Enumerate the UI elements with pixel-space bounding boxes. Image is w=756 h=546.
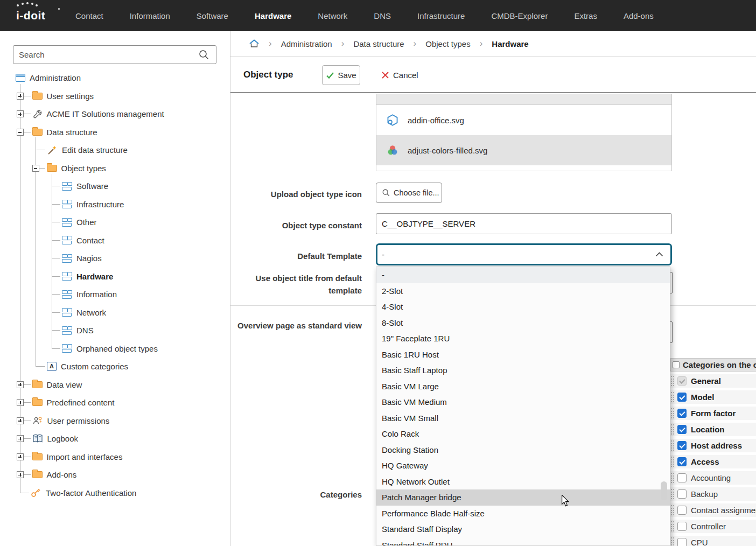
dropdown-option[interactable]: Standard Staff Display xyxy=(376,521,670,537)
expand-plus-icon[interactable] xyxy=(17,471,24,478)
dropdown-option[interactable]: Basic VM Small xyxy=(376,410,670,426)
dropdown-option-hovered[interactable]: Patch Manager bridge xyxy=(376,489,670,506)
tree-item-logbook[interactable]: Logbook xyxy=(0,430,230,448)
category-checkbox[interactable] xyxy=(677,522,687,531)
dropdown-option[interactable]: 2-Slot xyxy=(376,283,670,299)
tree-item-user-permissions[interactable]: User permissions xyxy=(0,412,230,430)
expand-plus-icon[interactable] xyxy=(17,435,24,442)
dropdown-option[interactable]: HQ Network Outlet xyxy=(376,474,670,490)
tree-item-administration[interactable]: Administration xyxy=(0,69,230,87)
dropdown-option[interactable]: Basic 1RU Host xyxy=(376,347,670,363)
drag-handle-icon[interactable] xyxy=(671,473,674,483)
tree-item-data-structure[interactable]: Data structure xyxy=(0,123,230,142)
icon-list-partial-row[interactable] xyxy=(376,94,671,105)
collapse-minus-icon[interactable] xyxy=(32,165,39,172)
expand-plus-icon[interactable] xyxy=(17,453,24,460)
search-icon[interactable] xyxy=(198,49,209,60)
expand-plus-icon[interactable] xyxy=(17,399,24,406)
breadcrumb-administration[interactable]: Administration xyxy=(281,39,332,48)
dropdown-option[interactable]: Basic VM Large xyxy=(376,379,670,395)
tree-item-software[interactable]: Software xyxy=(0,177,230,195)
nav-item-information[interactable]: Information xyxy=(130,11,170,20)
dropdown-scrollbar-thumb[interactable] xyxy=(661,481,667,500)
dropdown-option[interactable]: Basic VM Medium xyxy=(376,394,670,410)
tree-item-user-settings[interactable]: User settings xyxy=(0,87,230,106)
category-checkbox[interactable] xyxy=(677,425,687,434)
drag-handle-icon[interactable] xyxy=(671,392,674,402)
dropdown-option[interactable]: Standard Staff PDU xyxy=(376,537,670,546)
dropdown-option[interactable]: Basic Staff Laptop xyxy=(376,362,670,379)
drag-handle-icon[interactable] xyxy=(671,376,674,386)
tree-item-dns[interactable]: DNS xyxy=(0,321,230,340)
tree-item-predefined-content[interactable]: Predefined content xyxy=(0,394,230,412)
category-checkbox[interactable] xyxy=(677,393,687,402)
default-template-select[interactable]: - xyxy=(376,243,672,265)
drag-handle-icon[interactable] xyxy=(671,424,674,435)
category-checkbox[interactable] xyxy=(677,457,687,466)
category-checkbox[interactable] xyxy=(677,489,687,499)
drag-handle-icon[interactable] xyxy=(671,537,674,546)
tree-item-hardware[interactable]: Hardware xyxy=(0,268,230,286)
drag-handle-icon[interactable] xyxy=(671,457,674,467)
home-icon[interactable] xyxy=(249,39,260,48)
tree-item-information[interactable]: Information xyxy=(0,285,230,304)
tree-item-import-and-interfaces[interactable]: Import and interfaces xyxy=(0,448,230,466)
tree-item-orphaned-object-types[interactable]: Orphaned object types xyxy=(0,340,230,358)
category-checkbox[interactable] xyxy=(677,538,687,546)
nav-item-addons[interactable]: Add-ons xyxy=(624,11,654,20)
dropdown-option[interactable]: 4-Slot xyxy=(376,299,670,315)
category-checkbox[interactable] xyxy=(677,409,687,418)
dropdown-option[interactable]: Performance Blade Half-size xyxy=(376,506,670,522)
object-type-constant-input[interactable] xyxy=(376,213,672,234)
drag-handle-icon[interactable] xyxy=(671,489,674,499)
drag-handle-icon[interactable] xyxy=(671,408,674,418)
nav-item-hardware[interactable]: Hardware xyxy=(255,11,291,20)
drag-handle-icon[interactable] xyxy=(671,505,674,515)
nav-item-cmdb-explorer[interactable]: CMDB-Explorer xyxy=(491,11,548,20)
nav-item-software[interactable]: Software xyxy=(197,11,228,20)
select-all-checkbox[interactable] xyxy=(673,361,680,368)
expand-plus-icon[interactable] xyxy=(17,381,24,388)
dropdown-option[interactable]: 8-Slot xyxy=(376,315,670,331)
nav-item-extras[interactable]: Extras xyxy=(574,11,597,20)
expand-plus-icon[interactable] xyxy=(17,110,24,117)
nav-item-dns[interactable]: DNS xyxy=(374,11,391,20)
tree-item-data-view[interactable]: Data view xyxy=(0,376,230,394)
tree-item-two-factor-authentication[interactable]: Two-factor Authentication xyxy=(0,484,230,502)
dropdown-option[interactable]: 19" Faceplate 1RU xyxy=(376,331,670,347)
choose-file-button[interactable]: Choose file... xyxy=(376,183,442,203)
tree-item-add-ons[interactable]: Add-ons xyxy=(0,466,230,484)
tree-item-acme-it-solutions[interactable]: ACME IT Solutions management xyxy=(0,105,230,123)
dropdown-option[interactable]: Docking Station xyxy=(376,442,670,458)
tree-item-infrastructure[interactable]: Infrastructure xyxy=(0,195,230,214)
nav-item-network[interactable]: Network xyxy=(318,11,347,20)
nav-item-infrastructure[interactable]: Infrastructure xyxy=(417,11,465,20)
drag-handle-icon[interactable] xyxy=(671,440,674,451)
tree-item-nagios[interactable]: Nagios xyxy=(0,249,230,268)
dropdown-option[interactable]: - xyxy=(376,267,670,283)
breadcrumb-data-structure[interactable]: Data structure xyxy=(353,39,404,48)
category-checkbox[interactable] xyxy=(677,441,687,450)
tree-item-edit-data-structure[interactable]: Edit data structure xyxy=(0,141,230,159)
drag-handle-icon[interactable] xyxy=(671,521,674,531)
tree-item-contact[interactable]: Contact xyxy=(0,232,230,250)
tree-item-network[interactable]: Network xyxy=(0,304,230,322)
tree-item-custom-categories[interactable]: Custom categories xyxy=(0,358,230,376)
collapse-minus-icon[interactable] xyxy=(17,129,24,136)
save-button[interactable]: Save xyxy=(322,65,360,85)
expand-plus-icon[interactable] xyxy=(17,93,24,100)
tree-item-other[interactable]: Other xyxy=(0,213,230,232)
dropdown-option[interactable]: HQ Gateway xyxy=(376,458,670,474)
search-input[interactable] xyxy=(13,50,198,59)
dropdown-option[interactable]: Colo Rack xyxy=(376,426,670,442)
breadcrumb-object-types[interactable]: Object types xyxy=(425,39,470,48)
category-checkbox[interactable] xyxy=(677,506,687,515)
category-checkbox[interactable] xyxy=(677,473,687,482)
nav-item-contact[interactable]: Contact xyxy=(75,11,103,20)
icon-list-item-addin-office[interactable]: addin-office.svg xyxy=(376,105,671,135)
expand-plus-icon[interactable] xyxy=(17,417,24,424)
tree-item-object-types[interactable]: Object types xyxy=(0,159,230,178)
idoit-logo[interactable]: i-doit xyxy=(16,9,56,22)
icon-list-item-adjust-colors[interactable]: adjust-colors-filled.svg xyxy=(376,135,671,165)
cancel-button[interactable]: Cancel xyxy=(377,65,423,85)
